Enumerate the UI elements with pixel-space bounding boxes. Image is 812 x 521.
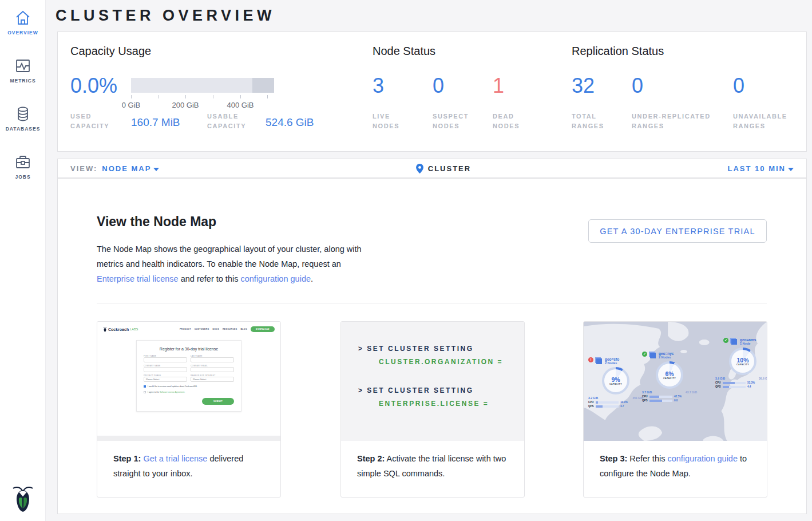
capacity-used-percent: 0.0% xyxy=(70,73,117,98)
enterprise-trial-license-link[interactable]: Enterprise trial license xyxy=(97,274,179,283)
cpu-label: CPU xyxy=(642,395,648,398)
last-name-input[interactable] xyxy=(191,357,234,362)
capacity-ring: 10% CAPACITY xyxy=(729,348,756,375)
get-trial-license-link[interactable]: Get a trial license xyxy=(143,454,207,463)
download-button[interactable]: DOWNLOAD xyxy=(251,326,275,332)
capacity-ring: 6% CAPACITY xyxy=(656,361,683,389)
step-label: Step 3: xyxy=(600,454,627,463)
view-label: VIEW: xyxy=(70,164,97,173)
company-email-input[interactable] xyxy=(191,367,234,372)
unavailable-ranges-count: 0 xyxy=(733,73,744,98)
locality-node-count: 2 Nodes xyxy=(659,356,674,359)
caption-text: Refer this xyxy=(627,454,667,463)
live-node-badge-icon: ✓ xyxy=(723,338,728,343)
sidebar-item-metrics[interactable]: METRICS xyxy=(0,48,46,84)
dead-node-badge-icon: ! xyxy=(588,357,593,362)
sidebar-item-label: JOBS xyxy=(15,174,30,180)
breadcrumb-cluster: CLUSTER xyxy=(428,164,471,173)
qps-bar-fill xyxy=(596,405,603,408)
time-range-value: LAST 10 MIN xyxy=(728,164,786,173)
cpu-bar-fill xyxy=(649,396,659,398)
qps-value: 0.0 xyxy=(674,399,678,402)
cpu-label: CPU xyxy=(588,401,594,404)
license-agreement-checkbox[interactable] xyxy=(144,391,146,393)
total-ranges-label: TOTAL RANGES xyxy=(572,112,623,131)
view-selector[interactable]: NODE MAP xyxy=(102,164,159,173)
capacity-bar-reserved xyxy=(252,78,274,93)
step2-caption: Step 2: Activate the trial license with … xyxy=(341,441,524,481)
sql-keyword: SET CLUSTER SETTING xyxy=(367,345,473,353)
locality-node-count: 2 Nodes xyxy=(605,361,619,365)
section-title: View the Node Map xyxy=(97,214,216,230)
locality-nyc[interactable]: ✓ geo=nyc 2 Nodes 6% CAPACITY xyxy=(642,352,697,402)
configuration-guide-link[interactable]: configuration guide xyxy=(667,454,738,463)
description-text: . xyxy=(311,274,313,283)
nav-resources[interactable]: RESOURCES xyxy=(223,328,237,330)
axis-label-0: 0 GiB xyxy=(115,101,147,109)
checkbox-text: I agree to the xyxy=(148,391,160,393)
sidebar-item-label: METRICS xyxy=(10,78,35,84)
company-name-input[interactable] xyxy=(144,367,187,372)
capacity-used: 3.6 GiB xyxy=(715,377,725,380)
step3-caption: Step 3: Refer this configuration guide t… xyxy=(584,441,767,481)
qps-label: QPS xyxy=(588,405,594,408)
locality-sfo[interactable]: ! geo=sfo 2 Nodes 9% CAPACITY xyxy=(588,357,643,408)
nav-blog[interactable]: BLOG xyxy=(240,328,247,330)
first-name-input[interactable] xyxy=(144,357,187,362)
form-title: Register for a 30-day trial license xyxy=(144,347,234,351)
configuration-guide-link[interactable]: configuration guide xyxy=(240,274,311,283)
mini-site-logo: Cockroach LABS xyxy=(103,327,138,332)
axis-tick xyxy=(185,95,186,98)
step1-card: Cockroach LABS PRODUCT CUSTOMERS DOCS RE… xyxy=(97,321,281,498)
sql-command: > SET CLUSTER SETTING ENTERPRISE.LICENSE… xyxy=(358,386,524,408)
view-selector-value: NODE MAP xyxy=(102,164,151,173)
axis-label-400: 400 GiB xyxy=(224,101,256,109)
cpu-bar xyxy=(723,382,746,384)
section-divider xyxy=(97,303,767,303)
checkbox-label: I would like to receive email updates ab… xyxy=(148,385,197,388)
locality-name: geo=sfo xyxy=(605,357,619,361)
nav-docs[interactable]: DOCS xyxy=(212,328,219,330)
submit-button[interactable]: SUBMIT xyxy=(202,398,234,405)
enterprise-trial-button[interactable]: GET A 30-DAY ENTERPRISE TRIAL xyxy=(588,219,767,243)
axis-tick xyxy=(267,95,268,98)
cockroachdb-logo xyxy=(12,483,34,513)
live-nodes-label: LIVE NODES xyxy=(373,112,418,131)
sidebar-item-overview[interactable]: OVERVIEW xyxy=(0,0,46,35)
qps-bar-fill xyxy=(649,400,662,402)
chevron-down-icon xyxy=(788,168,794,171)
description-text: The Node Map shows the geographical layo… xyxy=(97,244,362,269)
qps-value: 4.4 xyxy=(747,385,751,388)
software-license-link[interactable]: Software License Agreement. xyxy=(160,391,185,393)
description-text: and refer to this xyxy=(179,274,241,283)
under-replicated-count: 0 xyxy=(632,73,643,98)
prompt-symbol: > xyxy=(358,345,364,353)
sidebar-item-jobs[interactable]: JOBS xyxy=(0,144,46,180)
node-cube-icon xyxy=(650,353,656,358)
nav-product[interactable]: PRODUCT xyxy=(180,328,191,330)
node-cube-icon xyxy=(596,358,602,364)
nav-customers[interactable]: CUSTOMERS xyxy=(195,328,209,330)
locality-ams[interactable]: ✓ geo=ams 1 Node 10% CAPACITY xyxy=(715,338,767,388)
unavailable-ranges-label: UNAVAILABLE RANGES xyxy=(733,112,796,131)
trial-registration-form: Register for a 30-day trial license FIRS… xyxy=(136,340,241,412)
usable-capacity-label: USABLE CAPACITY xyxy=(207,112,262,131)
home-icon xyxy=(14,9,31,26)
project-phase-select[interactable]: Please Select xyxy=(144,377,187,382)
qps-bar xyxy=(596,405,619,408)
cluster-overview-page: OVERVIEW METRICS DATABASES JOBS xyxy=(0,0,812,521)
cpu-bar xyxy=(596,401,619,404)
location-pin-icon xyxy=(416,164,423,173)
time-range-selector[interactable]: LAST 10 MIN xyxy=(728,164,794,173)
cpu-value: 53.3% xyxy=(747,381,755,384)
reason-select[interactable]: Please Select xyxy=(191,377,234,382)
sidebar-item-databases[interactable]: DATABASES xyxy=(0,96,46,132)
locality-node-count: 1 Node xyxy=(740,342,756,345)
cluster-summary-panel: Capacity Usage 0.0% 0 GiB 200 GiB 400 Gi… xyxy=(57,31,807,152)
chevron-down-icon xyxy=(153,168,159,171)
live-nodes-count: 3 xyxy=(373,73,384,98)
capacity-bar-usable xyxy=(131,78,252,93)
node-cube-icon xyxy=(731,339,737,345)
email-updates-checkbox[interactable] xyxy=(144,385,146,388)
used-capacity-label: USED CAPACITY xyxy=(70,112,125,131)
